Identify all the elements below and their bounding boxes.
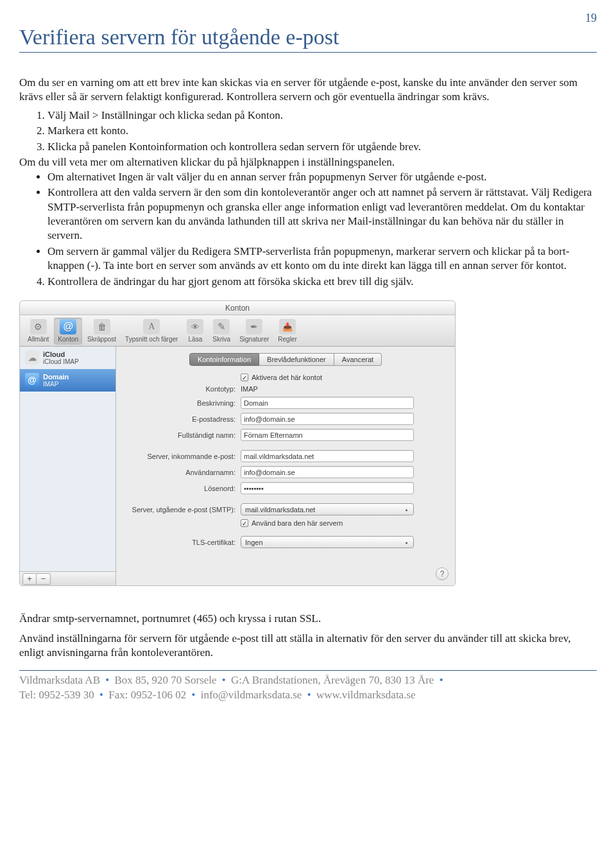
bullet-icon: •: [440, 674, 443, 686]
sidebar-footer: + −: [20, 571, 116, 585]
tab-advanced[interactable]: Avancerat: [334, 353, 382, 366]
fullname-label: Fullständigt namn:: [125, 431, 241, 439]
after-note-1: Ändrar smtp-servernamnet, portnumret (46…: [19, 612, 597, 626]
tab-mailbox[interactable]: Brevlådefunktioner: [259, 353, 334, 366]
type-label: Kontotyp:: [125, 385, 241, 393]
tls-label: TLS-certifikat:: [125, 539, 241, 546]
add-account-button[interactable]: +: [22, 573, 37, 585]
tls-popup[interactable]: Ingen: [241, 536, 414, 548]
account-icloud-title: iCloud: [43, 350, 79, 358]
step-2: Markera ett konto.: [47, 124, 597, 138]
bullet-none-option: Om alternativet Ingen är valt väljer du …: [47, 170, 597, 184]
bullet-icon: •: [307, 689, 311, 701]
bullet-old-server: Om servern är gammal väljer du Redigera …: [47, 245, 597, 273]
smtp-label: Server, utgående e-post (SMTP):: [125, 506, 241, 514]
mail-prefs-window: Konton Allmänt @ Konton Skräppost Typsni…: [19, 300, 456, 586]
account-domain-title: Domain: [43, 373, 69, 381]
account-detail-pane: Kontoinformation Brevlådefunktioner Avan…: [116, 347, 455, 585]
signature-icon: [246, 319, 262, 334]
bullet-icon: •: [222, 674, 226, 686]
toolbar-rules[interactable]: Regler: [274, 318, 300, 345]
email-input[interactable]: info@domain.se: [241, 413, 414, 425]
incoming-input[interactable]: mail.vildmarksdata.net: [241, 450, 414, 462]
pass-input[interactable]: ••••••••: [241, 482, 414, 494]
toolbar-fonts-label: Typsnitt och färger: [125, 336, 178, 343]
desc-label: Beskrivning:: [125, 399, 241, 407]
at-icon: @: [60, 319, 76, 334]
user-input[interactable]: info@domain.se: [241, 466, 414, 478]
toolbar-junk-label: Skräppost: [87, 336, 116, 343]
toolbar-write[interactable]: Skriva: [209, 318, 234, 345]
page-footer: Vildmarksdata AB • Box 85, 920 70 Sorsel…: [19, 670, 597, 703]
smtp-popup[interactable]: mail.vildmarksdata.net: [241, 503, 414, 515]
accounts-sidebar: ☁ iCloud iCloud IMAP @ Domain IMAP + −: [20, 347, 116, 585]
cloud-icon: ☁: [25, 350, 39, 365]
account-domain-sub: IMAP: [43, 381, 69, 388]
toolbar-read[interactable]: Läsa: [183, 318, 207, 345]
toolbar-signatures[interactable]: Signaturer: [235, 318, 273, 345]
footer-web: www.vildmarksdata.se: [316, 689, 416, 701]
detail-tabs: Kontoinformation Brevlådefunktioner Avan…: [125, 353, 446, 366]
account-icloud[interactable]: ☁ iCloud iCloud IMAP: [20, 347, 116, 369]
page-title: Verifiera servern för utgående e-post: [19, 25, 597, 53]
bullet-check-server: Kontrollera att den valda servern är den…: [47, 186, 597, 243]
toolbar-accounts-label: Konton: [58, 336, 78, 343]
eye-icon: [187, 319, 203, 334]
toolbar-accounts[interactable]: @ Konton: [54, 318, 82, 345]
toolbar-general-label: Allmänt: [28, 336, 49, 343]
window-title: Konton: [20, 301, 455, 315]
onlythis-checkbox[interactable]: ✓: [241, 519, 248, 527]
pencil-icon: [213, 319, 230, 334]
remove-account-button[interactable]: −: [37, 573, 51, 585]
toolbar-read-label: Läsa: [189, 336, 203, 343]
step-4: Kontrollera de ändringar du har gjort ge…: [47, 275, 597, 289]
footer-email: info@vildmarksdata.se: [201, 689, 302, 701]
help-hint: Om du vill veta mer om alternativen klic…: [19, 155, 597, 169]
bullet-icon: •: [99, 689, 103, 701]
fullname-input[interactable]: Förnam Efternamn: [241, 429, 414, 441]
toolbar-signatures-label: Signaturer: [239, 336, 269, 343]
onlythis-label: Använd bara den här servern: [252, 519, 343, 527]
user-label: Användarnamn:: [125, 469, 241, 476]
toolbar-general[interactable]: Allmänt: [24, 318, 53, 345]
account-icloud-sub: iCloud IMAP: [43, 358, 79, 365]
step-1: Välj Mail > Inställningar och klicka sed…: [47, 108, 597, 123]
help-button[interactable]: ?: [436, 567, 449, 580]
footer-fax: Fax: 0952-106 02: [108, 689, 186, 701]
activate-checkbox[interactable]: ✓: [241, 374, 248, 381]
rules-icon: [279, 319, 296, 334]
toolbar-fonts[interactable]: Typsnitt och färger: [121, 318, 182, 345]
intro-paragraph: Om du ser en varning om att ett brev int…: [19, 76, 597, 105]
at-icon: @: [25, 373, 39, 387]
footer-company: Vildmarksdata AB: [19, 674, 100, 686]
bullet-icon: •: [191, 689, 195, 701]
footer-tel: Tel: 0952-539 30: [19, 689, 94, 701]
desc-input[interactable]: Domain: [241, 397, 414, 409]
type-value: IMAP: [241, 385, 446, 393]
email-label: E-postadress:: [125, 415, 241, 423]
activate-label: Aktivera det här kontot: [252, 374, 322, 381]
footer-addr: G:A Brandstationen, Årevägen 70, 830 13 …: [231, 674, 434, 686]
footer-box: Box 85, 920 70 Sorsele: [114, 674, 216, 686]
toolbar-write-label: Skriva: [212, 336, 230, 343]
tab-account-info[interactable]: Kontoinformation: [189, 353, 259, 366]
bullet-icon: •: [105, 674, 109, 686]
incoming-label: Server, inkommande e-post:: [125, 453, 241, 460]
toolbar-junk[interactable]: Skräppost: [83, 318, 120, 345]
pass-label: Lösenord:: [125, 485, 241, 492]
gear-icon: [30, 319, 47, 334]
prefs-toolbar: Allmänt @ Konton Skräppost Typsnitt och …: [20, 315, 455, 347]
trash-icon: [94, 319, 110, 334]
after-note-2: Använd inställningarna för servern för u…: [19, 632, 597, 660]
account-domain[interactable]: @ Domain IMAP: [20, 369, 116, 392]
toolbar-rules-label: Regler: [278, 336, 296, 343]
step-3: Klicka på panelen Kontoinformation och k…: [47, 140, 597, 154]
font-icon: [143, 319, 160, 334]
page-number: 19: [19, 12, 597, 25]
